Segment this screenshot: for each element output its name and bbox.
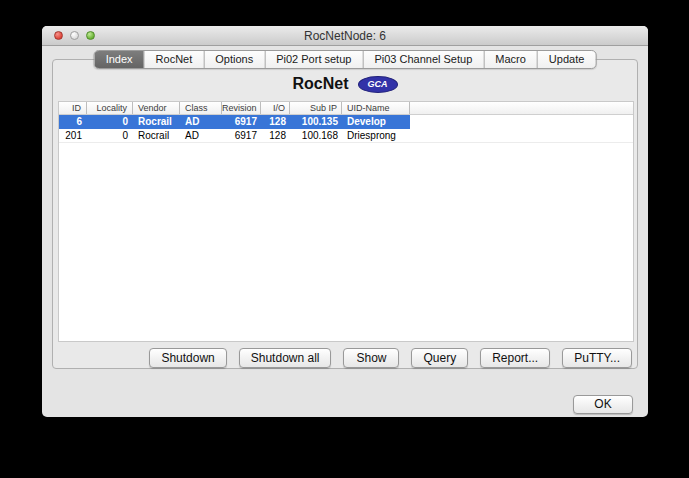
cell-revision: 6917 [222,129,261,142]
query-button[interactable]: Query [411,348,468,368]
gca-badge: GCA [358,76,398,93]
node-list-table: ID Locality Vendor Class Revision I/O Su… [58,101,634,342]
tab-macro[interactable]: Macro [484,51,538,68]
column-header-revision[interactable]: Revision [222,102,261,114]
tab-pi03-channel-setup[interactable]: Pi03 Channel Setup [363,51,484,68]
column-header-vendor[interactable]: Vendor [133,102,180,114]
table-row[interactable]: 201 0 Rocrail AD 6917 128 100.168 Driesp… [59,129,633,143]
column-header-id[interactable]: ID [59,102,87,114]
zoom-icon[interactable] [86,31,95,40]
tab-rocnet[interactable]: RocNet [145,51,205,68]
cell-locality: 0 [87,129,133,142]
shutdown-button[interactable]: Shutdown [149,348,226,368]
show-button[interactable]: Show [343,348,399,368]
titlebar: RocNetNode: 6 [42,26,648,46]
column-header-io[interactable]: I/O [261,102,290,114]
panel-heading-row: RocNet GCA [53,75,637,93]
tab-bar: Index RocNet Options Pi02 Port setup Pi0… [94,50,597,69]
table-row[interactable]: 6 0 Rocrail AD 6917 128 100.135 Develop [59,115,410,129]
column-header-filler [410,102,633,114]
tab-options[interactable]: Options [204,51,265,68]
cell-uid-name: Driesprong [342,129,410,142]
cell-sub-ip: 100.135 [290,115,342,129]
cell-vendor: Rocrail [133,129,180,142]
minimize-icon[interactable] [70,31,79,40]
window-controls [54,31,95,40]
tab-pi02-port-setup[interactable]: Pi02 Port setup [265,51,363,68]
cell-id: 6 [59,115,87,129]
panel-title: RocNet [292,75,348,93]
window-title: RocNetNode: 6 [42,26,648,46]
cell-io: 128 [261,129,290,142]
cell-revision: 6917 [222,115,261,129]
cell-io: 128 [261,115,290,129]
report-button[interactable]: Report... [480,348,550,368]
cell-class: AD [180,115,222,129]
index-tab-panel: RocNet GCA ID Locality Vendor Class Revi… [52,59,638,369]
rocnetnode-dialog-window: RocNetNode: 6 Index RocNet Options Pi02 … [42,26,648,417]
table-header-row: ID Locality Vendor Class Revision I/O Su… [59,102,633,115]
cell-uid-name: Develop [342,115,410,129]
cell-id: 201 [59,129,87,142]
ok-button[interactable]: OK [573,395,633,414]
column-header-locality[interactable]: Locality [87,102,133,114]
cell-class: AD [180,129,222,142]
shutdown-all-button[interactable]: Shutdown all [239,348,332,368]
tab-update[interactable]: Update [538,51,595,68]
putty-button[interactable]: PuTTY... [562,348,632,368]
tab-index[interactable]: Index [95,51,145,68]
column-header-class[interactable]: Class [180,102,222,114]
action-button-row: Shutdown Shutdown all Show Query Report.… [149,348,632,368]
column-header-uid-name[interactable]: UID-Name [342,102,410,114]
cell-sub-ip: 100.168 [290,129,342,142]
column-header-sub-ip[interactable]: Sub IP [290,102,342,114]
cell-locality: 0 [87,115,133,129]
close-icon[interactable] [54,31,63,40]
cell-vendor: Rocrail [133,115,180,129]
